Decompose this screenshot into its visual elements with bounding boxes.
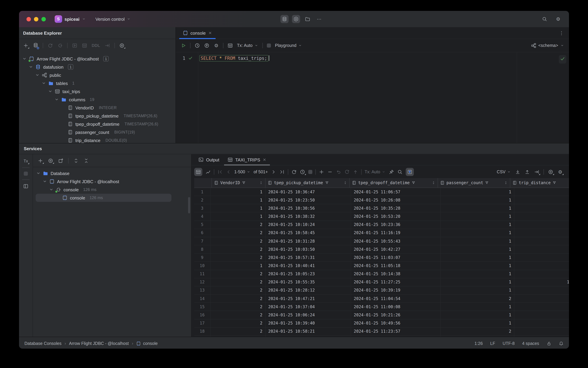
settings-button[interactable]: ⚙: [555, 16, 561, 22]
column-header[interactable]: VendorID: [212, 178, 266, 188]
db-tree-item[interactable]: VendorIDINTEGER: [19, 104, 176, 112]
previous-page-button[interactable]: [226, 169, 231, 175]
cell[interactable]: 1: [211, 188, 266, 196]
run-sql-script-button[interactable]: [72, 43, 77, 48]
cell[interactable]: 2: [441, 294, 514, 303]
layout-toggle-button[interactable]: [23, 184, 28, 189]
cell[interactable]: 1.3: [514, 212, 569, 220]
column-header[interactable]: trip_distance: [510, 178, 569, 188]
cell[interactable]: 2024-01-25 10:42:27: [351, 245, 441, 253]
cell[interactable]: 1: [211, 262, 266, 270]
db-tree-item[interactable]: trip_distanceDOUBLE(0): [19, 136, 176, 143]
db-tree-item[interactable]: passenger_countBIGINT(19): [19, 128, 176, 136]
db-tree-item[interactable]: datafusion1: [19, 63, 176, 71]
cell[interactable]: 0.98: [514, 311, 569, 319]
cell[interactable]: 2024-01-25 11:23:57: [351, 327, 441, 335]
cell[interactable]: 2: [211, 286, 266, 294]
next-page-button[interactable]: [271, 169, 276, 175]
row-number[interactable]: 16: [194, 311, 211, 319]
refresh-button[interactable]: [47, 43, 53, 48]
cell[interactable]: 1: [441, 221, 514, 229]
history-button[interactable]: [195, 43, 200, 48]
tx-mode-selector[interactable]: Tx: Auto: [237, 43, 258, 48]
execute-button[interactable]: [181, 43, 186, 48]
editor-body[interactable]: 1 SELECT * FROM taxi_trips;: [176, 52, 569, 143]
inspection-status-icon[interactable]: [559, 55, 566, 64]
cell[interactable]: 2024-01-25 10:36:47: [266, 188, 351, 196]
grid-view-options-button[interactable]: [548, 169, 553, 175]
row-number[interactable]: 1: [194, 188, 211, 196]
cell[interactable]: 0.75: [514, 286, 569, 294]
db-tree-item[interactable]: columns19: [19, 95, 176, 104]
open-in-new-tab-button[interactable]: [58, 158, 63, 163]
cell[interactable]: 2: [211, 254, 266, 261]
ddl-button[interactable]: DDL: [92, 43, 100, 48]
row-number[interactable]: 11: [194, 270, 211, 278]
cell[interactable]: 0.4: [514, 196, 569, 204]
cell[interactable]: 2024-01-25 10:55:35: [266, 278, 351, 286]
cell[interactable]: 2024-01-25 10:57:31: [266, 254, 351, 261]
code-area[interactable]: SELECT * FROM taxi_trips;: [198, 52, 569, 143]
cell[interactable]: 2024-01-25 10:40:41: [266, 262, 351, 270]
cell[interactable]: 2024-01-25 11:00:08: [351, 303, 441, 311]
datasource-properties-button[interactable]: ⚙: [33, 42, 38, 49]
tab-taxi-trips[interactable]: TAXI_TRIPS: [224, 154, 270, 165]
caret-position[interactable]: 1:26: [474, 341, 483, 346]
cell[interactable]: 1.14: [514, 229, 569, 237]
cell[interactable]: 2024-01-25 10:58:21: [266, 327, 351, 335]
cell[interactable]: 2024-01-25 10:37:04: [266, 303, 351, 311]
stop-query-button[interactable]: [308, 170, 312, 174]
row-number[interactable]: 8: [194, 245, 211, 253]
cell[interactable]: 2024-01-25 10:58:45: [266, 229, 351, 237]
expand-all-button[interactable]: [73, 158, 79, 163]
column-header[interactable]: tpep_dropoff_datetime: [350, 178, 438, 188]
row-number[interactable]: 9: [194, 254, 211, 261]
cell[interactable]: 2: [211, 327, 266, 335]
grid-view-button[interactable]: [194, 168, 202, 176]
db-tree-item[interactable]: tables1: [19, 79, 176, 87]
more-tools-button[interactable]: ⋯: [315, 15, 323, 23]
revert-button[interactable]: [336, 169, 341, 175]
cell[interactable]: 1: [441, 278, 514, 286]
cell[interactable]: 2024-01-25 11:06:57: [351, 188, 441, 196]
cell[interactable]: 1: [441, 319, 514, 327]
cell[interactable]: 9.49: [514, 237, 569, 245]
cell[interactable]: 2024-01-25 10:23:36: [351, 221, 441, 229]
cell[interactable]: 2: [211, 319, 266, 327]
cell[interactable]: 1: [441, 286, 514, 294]
column-filter-button[interactable]: [406, 168, 414, 176]
jump-to-console-button[interactable]: [57, 43, 63, 48]
cell[interactable]: 2024-01-25 10:14:38: [351, 270, 441, 278]
cell[interactable]: 0.68: [514, 270, 569, 278]
cell[interactable]: 2: [211, 245, 266, 253]
row-number[interactable]: 2: [194, 196, 211, 204]
cell[interactable]: 0.76: [514, 254, 569, 261]
cell[interactable]: 2024-01-25 10:53:20: [351, 212, 441, 220]
zoom-window-button[interactable]: [41, 17, 46, 21]
sql-statement[interactable]: SELECT * FROM taxi_trips;: [199, 55, 268, 61]
pin-tab-button[interactable]: [389, 169, 394, 175]
cell[interactable]: 1: [441, 196, 514, 204]
cell[interactable]: 2: [211, 221, 266, 229]
cell[interactable]: 1: [441, 245, 514, 253]
add-row-button[interactable]: [319, 169, 324, 175]
cell[interactable]: 2.06: [514, 294, 569, 303]
tab-options-button[interactable]: ⋮: [559, 27, 569, 39]
cell[interactable]: 1: [211, 212, 266, 220]
row-number[interactable]: 17: [194, 319, 211, 327]
cell[interactable]: 11.99: [514, 278, 569, 286]
cell[interactable]: 2024-01-25 11:27:25: [351, 278, 441, 286]
cell[interactable]: 2024-01-25 11:03:07: [351, 254, 441, 261]
cell[interactable]: 2.46: [514, 303, 569, 311]
row-number[interactable]: 18: [194, 327, 211, 335]
db-tree-item[interactable]: tpep_dropoff_datetimeTIMESTAMP(26,6): [19, 120, 176, 128]
cell[interactable]: 2024-01-25 10:49:56: [351, 319, 441, 327]
cell[interactable]: 2024-01-25 10:05:23: [266, 270, 351, 278]
services-tree-item[interactable]: console126 ms: [33, 185, 191, 194]
lock-icon[interactable]: [547, 341, 551, 346]
cell[interactable]: 2: [211, 303, 266, 311]
explain-plan-button[interactable]: [204, 43, 209, 48]
tab-output[interactable]: Output: [195, 154, 223, 165]
cell[interactable]: 2.9: [514, 188, 569, 196]
chart-view-button[interactable]: [205, 169, 211, 175]
